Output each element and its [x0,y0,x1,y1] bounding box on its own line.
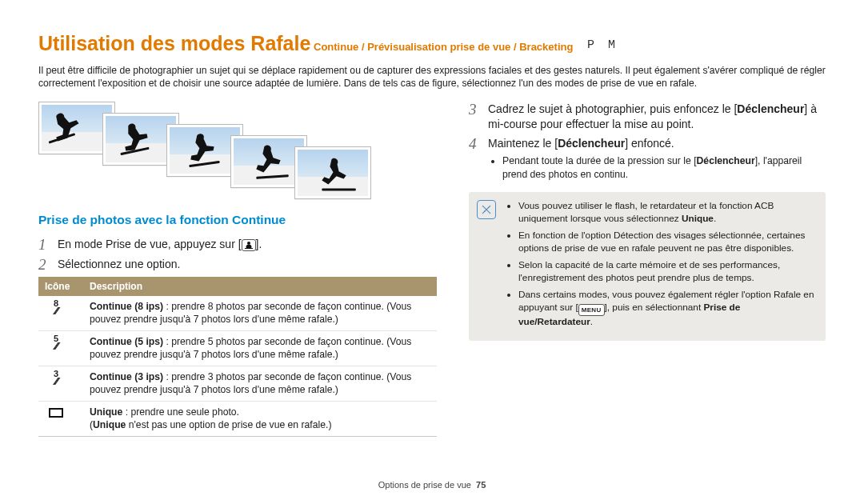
note-box: Vous pouvez utiliser le flash, le retard… [469,192,826,341]
svg-point-5 [247,242,250,245]
step-num-2: 2 [38,257,50,272]
footer-section: Options de prise de vue [378,480,471,490]
continuous-3-icon: 3⁄⁄⁄ [45,370,67,386]
page-title: Utilisation des modes Rafale Continue / … [38,30,826,58]
single-shot-icon [45,406,67,418]
th-icon: Icône [38,277,83,296]
note-b4: Dans certains modes, vous pouvez égaleme… [518,289,814,329]
intro-paragraph: Il peut être difficile de photographier … [38,64,826,90]
step-2-text: Sélectionnez une option. [58,257,180,272]
section-heading: Prise de photos avec la fonction Continu… [38,212,437,229]
step-1-text-b: ]. [256,238,262,250]
row1-desc: Continue (8 ips) : prendre 8 photos par … [83,296,437,330]
table-row: Unique : prendre une seule photo.(Unique… [38,401,437,436]
example-thumbnails [38,102,437,198]
thumb-5 [294,146,371,199]
s3-a: Cadrez le sujet à photographier, puis en… [488,102,737,115]
page-footer: Options de prise de vue 75 [0,479,864,491]
s4-b: ] enfoncé. [625,137,674,150]
title-main: Utilisation des modes Rafale [38,32,310,54]
s3-bold: Déclencheur [737,102,804,115]
step-num-1: 1 [38,237,50,252]
mode-letters: P M [587,38,618,52]
svg-rect-4 [322,188,355,190]
table-row: 3⁄⁄⁄ Continue (3 ips) : prendre 3 photos… [38,366,437,401]
table-row: 8⁄⁄⁄ Continue (8 ips) : prendre 8 photos… [38,296,437,330]
svg-rect-3 [256,174,289,179]
step-4: 4 Maintenez le [Déclencheur] enfoncé. Pe… [469,136,826,182]
s4-sub: Pendant toute la durée de la pression su… [502,154,826,181]
row2-desc: Continue (5 ips) : prendre 5 photos par … [83,330,437,366]
svg-rect-2 [189,161,219,167]
title-sub: Continue / Prévisualisation prise de vue… [314,41,573,53]
th-desc: Description [83,277,437,296]
row4-desc: Unique : prendre une seule photo.(Unique… [83,401,437,436]
step-num-4: 4 [469,136,480,182]
note-b3: Selon la capacité de la carte mémoire et… [518,259,814,285]
row3-desc: Continue (3 ips) : prendre 3 photos par … [83,366,437,401]
note-b2: En fonction de l'option Détection des vi… [518,230,814,255]
s4-bold: Déclencheur [558,137,625,150]
footer-page: 75 [476,480,486,490]
step-1: 1 En mode Prise de vue, appuyez sur []. [38,237,437,252]
continuous-8-icon: 8⁄⁄⁄ [45,300,67,316]
note-b1: Vous pouvez utiliser le flash, le retard… [518,200,814,226]
step-2: 2 Sélectionnez une option. [38,257,437,272]
step-3: 3 Cadrez le sujet à photographier, puis … [469,102,826,132]
svg-rect-6 [245,248,253,249]
step-1-text-a: En mode Prise de vue, appuyez sur [ [58,238,242,250]
options-table: Icône Description 8⁄⁄⁄ Continue (8 ips) … [38,277,437,437]
table-row: 5⁄⁄⁄ Continue (5 ips) : prendre 5 photos… [38,330,437,366]
burst-mode-key-icon [242,239,256,251]
menu-key-icon: MENU [578,304,605,316]
continuous-5-icon: 5⁄⁄⁄ [45,335,67,351]
note-icon [477,200,496,219]
s4-a: Maintenez le [ [488,137,558,150]
svg-rect-0 [49,133,76,144]
step-num-3: 3 [469,102,480,132]
